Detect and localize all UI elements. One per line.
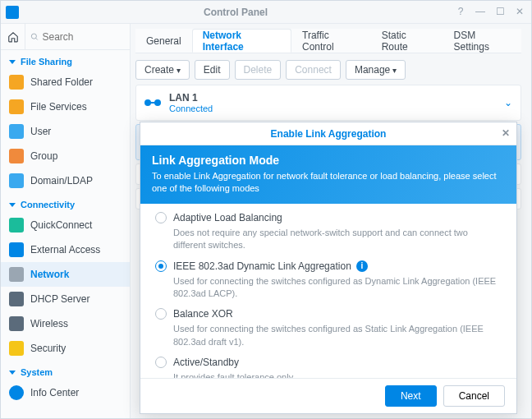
svg-point-0 xyxy=(31,34,36,39)
domain-icon xyxy=(9,173,24,188)
sidebar-item-file-services[interactable]: File Services xyxy=(1,94,130,119)
modal-close-icon[interactable]: ✕ xyxy=(502,127,510,139)
sidebar-item-network[interactable]: Network xyxy=(1,262,130,287)
option-active-standby[interactable]: Active/Standby It provides fault toleran… xyxy=(155,357,502,378)
app-logo-icon xyxy=(6,6,19,19)
option-desc: It provides fault tolerance only. xyxy=(173,371,502,378)
radio-icon[interactable] xyxy=(155,260,167,272)
radio-icon[interactable] xyxy=(155,308,167,320)
option-desc: Used for connecting the switches configu… xyxy=(173,323,502,348)
delete-button[interactable]: Delete xyxy=(235,60,282,80)
create-button[interactable]: Create xyxy=(135,60,190,80)
option-label: IEEE 802.3ad Dynamic Link Aggregation xyxy=(173,260,351,272)
interface-name: LAN 1 xyxy=(169,92,213,104)
titlebar: Control Panel ? — ☐ ✕ xyxy=(1,1,531,24)
modal-body: Adaptive Load Balancing Does not require… xyxy=(140,204,516,378)
radio-icon[interactable] xyxy=(155,357,167,368)
help-icon[interactable]: ? xyxy=(454,6,467,19)
sidebar-item-label: Network xyxy=(30,269,69,280)
tab-general[interactable]: General xyxy=(135,29,192,53)
security-icon xyxy=(9,341,24,356)
section-file-sharing[interactable]: File Sharing xyxy=(1,50,130,70)
toolbar: Create Edit Delete Connect Manage xyxy=(131,53,526,85)
tab-network-interface[interactable]: Network Interface xyxy=(192,29,291,53)
external-access-icon xyxy=(9,242,24,257)
sidebar-item-label: QuickConnect xyxy=(30,219,92,231)
sidebar: File Sharing Shared Folder File Services… xyxy=(1,24,131,418)
lan-icon xyxy=(144,99,161,107)
option-label: Adaptive Load Balancing xyxy=(173,212,282,223)
group-icon xyxy=(9,149,24,163)
sidebar-item-external-access[interactable]: External Access xyxy=(1,237,130,262)
maximize-icon[interactable]: ☐ xyxy=(493,6,507,19)
tab-traffic-control[interactable]: Traffic Control xyxy=(291,29,371,53)
sidebar-item-label: DHCP Server xyxy=(30,293,89,305)
minimize-icon[interactable]: — xyxy=(474,6,487,19)
sidebar-item-label: User xyxy=(30,126,51,137)
edit-button[interactable]: Edit xyxy=(195,60,230,80)
window-title: Control Panel xyxy=(24,7,447,18)
sidebar-item-wireless[interactable]: Wireless xyxy=(1,311,130,336)
option-desc: Used for connecting the switches configu… xyxy=(173,275,502,301)
sidebar-item-shared-folder[interactable]: Shared Folder xyxy=(1,70,130,94)
radio-icon[interactable] xyxy=(155,212,167,223)
close-icon[interactable]: ✕ xyxy=(513,6,526,19)
manage-button[interactable]: Manage xyxy=(346,60,406,80)
cancel-button[interactable]: Cancel xyxy=(443,385,505,407)
option-balance-xor[interactable]: Balance XOR Used for connecting the swit… xyxy=(155,308,502,348)
section-connectivity[interactable]: Connectivity xyxy=(1,193,130,213)
next-button[interactable]: Next xyxy=(385,385,437,407)
sidebar-item-quickconnect[interactable]: QuickConnect xyxy=(1,213,130,237)
modal-banner-text: To enable Link Aggregation for network f… xyxy=(152,170,505,196)
sidebar-item-info-center[interactable]: Info Center xyxy=(1,380,130,405)
modal-footer: Next Cancel xyxy=(140,378,516,413)
search-field[interactable] xyxy=(25,24,130,49)
option-label: Active/Standby xyxy=(173,357,239,368)
option-label: Balance XOR xyxy=(173,308,233,320)
modal-link-aggregation: Enable Link Aggregation ✕ Link Aggregati… xyxy=(140,122,517,414)
info-center-icon xyxy=(9,385,24,400)
tabs: General Network Interface Traffic Contro… xyxy=(135,29,521,53)
sidebar-item-domain-ldap[interactable]: Domain/LDAP xyxy=(1,168,130,193)
file-services-icon xyxy=(9,99,24,114)
option-adaptive-load-balancing[interactable]: Adaptive Load Balancing Does not require… xyxy=(155,212,502,252)
user-icon xyxy=(9,124,24,139)
modal-title-text: Enable Link Aggregation xyxy=(271,128,387,140)
option-desc: Does not require any special network-swi… xyxy=(173,227,502,252)
sidebar-item-label: Shared Folder xyxy=(30,76,93,88)
sidebar-item-dhcp-server[interactable]: DHCP Server xyxy=(1,287,130,311)
sidebar-item-label: Group xyxy=(30,150,57,162)
sidebar-item-security[interactable]: Security xyxy=(1,336,130,361)
section-system[interactable]: System xyxy=(1,361,130,380)
modal-titlebar: Enable Link Aggregation ✕ xyxy=(140,122,516,145)
info-icon[interactable]: i xyxy=(356,260,368,272)
sidebar-item-group[interactable]: Group xyxy=(1,144,130,168)
tab-static-route[interactable]: Static Route xyxy=(371,29,443,53)
sidebar-item-label: Domain/LDAP xyxy=(30,175,93,186)
search-input[interactable] xyxy=(42,31,125,43)
sidebar-item-label: Security xyxy=(30,343,66,354)
sidebar-item-user[interactable]: User xyxy=(1,119,130,144)
search-icon xyxy=(30,32,39,42)
home-button[interactable] xyxy=(1,24,25,49)
tab-dsm-settings[interactable]: DSM Settings xyxy=(443,29,521,53)
sidebar-item-label: Info Center xyxy=(30,387,79,398)
network-icon xyxy=(9,267,24,282)
sidebar-item-label: File Services xyxy=(30,101,87,113)
connect-button[interactable]: Connect xyxy=(286,60,341,80)
interface-row-lan1[interactable]: LAN 1 Connected ⌄ xyxy=(135,85,521,121)
folder-icon xyxy=(9,75,24,90)
wireless-icon xyxy=(9,316,24,331)
svg-line-1 xyxy=(36,38,38,39)
sidebar-item-label: External Access xyxy=(30,244,100,256)
interface-status: Connected xyxy=(169,104,213,113)
modal-banner: Link Aggregation Mode To enable Link Agg… xyxy=(140,145,516,204)
sidebar-item-label: Wireless xyxy=(30,318,68,329)
quickconnect-icon xyxy=(9,218,24,233)
chevron-down-icon[interactable]: ⌄ xyxy=(504,97,512,108)
modal-banner-title: Link Aggregation Mode xyxy=(152,154,505,167)
option-ieee-8023ad[interactable]: IEEE 802.3ad Dynamic Link Aggregationi U… xyxy=(155,260,502,301)
dhcp-icon xyxy=(9,292,24,306)
